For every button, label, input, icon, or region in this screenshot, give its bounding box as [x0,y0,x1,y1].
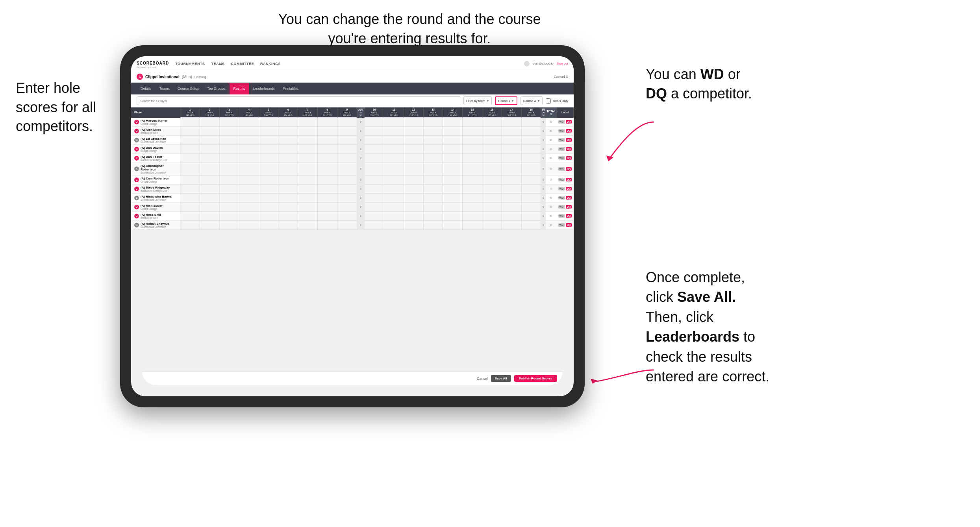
hole-14-cell[interactable] [443,175,463,184]
hole-12-cell[interactable] [404,153,423,163]
hole-1-input[interactable] [181,137,199,144]
hole-17-input[interactable] [503,155,521,162]
hole-1-cell[interactable] [180,184,200,193]
hole-4-input[interactable] [240,128,258,135]
hole-9-cell[interactable] [337,193,357,202]
hole-16-cell[interactable] [482,202,502,211]
hole-15-cell[interactable] [463,135,482,144]
hole-3-input[interactable] [220,185,238,192]
hole-11-cell[interactable] [384,144,404,153]
hole-6-input[interactable] [279,146,297,153]
hole-2-input[interactable] [201,203,219,211]
hole-8-input[interactable] [319,203,336,211]
hole-12-input[interactable] [405,213,422,220]
hole-18-cell[interactable] [521,175,541,184]
hole-4-cell[interactable] [239,202,259,211]
hole-16-input[interactable] [483,155,501,162]
hole-9-cell[interactable] [337,135,357,144]
hole-14-cell[interactable] [443,220,463,229]
hole-13-input[interactable] [424,128,442,135]
hole-4-cell[interactable] [239,163,259,175]
hole-18-cell[interactable] [521,118,541,127]
hole-17-input[interactable] [503,118,521,126]
hole-2-input[interactable] [201,137,219,144]
hole-15-input[interactable] [463,137,481,144]
hole-2-input[interactable] [201,222,219,229]
hole-12-cell[interactable] [404,193,423,202]
hole-7-cell[interactable] [298,135,318,144]
hole-18-input[interactable] [522,185,540,192]
hole-7-cell[interactable] [298,163,318,175]
wd-button[interactable]: WD [558,196,565,200]
hole-11-input[interactable] [385,176,403,183]
hole-1-cell[interactable] [180,211,200,220]
hole-18-cell[interactable] [521,163,541,175]
hole-14-input[interactable] [444,194,461,202]
hole-13-input[interactable] [424,176,442,183]
hole-17-cell[interactable] [502,144,521,153]
hole-12-input[interactable] [405,118,422,126]
hole-12-input[interactable] [405,128,422,135]
hole-9-input[interactable] [338,164,356,174]
hole-7-input[interactable] [299,118,317,126]
hole-4-input[interactable] [240,146,258,153]
dq-button[interactable]: DQ [566,196,572,200]
hole-13-cell[interactable] [423,163,443,175]
hole-18-input[interactable] [522,155,540,162]
hole-13-cell[interactable] [423,135,443,144]
hole-17-input[interactable] [503,222,521,229]
hole-7-input[interactable] [299,128,317,135]
hole-3-input[interactable] [220,128,238,135]
hole-10-cell[interactable] [365,144,384,153]
totals-only-toggle[interactable]: Totals Only [546,98,568,104]
nav-committee[interactable]: COMMITTEE [231,62,254,66]
wd-button[interactable]: WD [558,178,565,181]
cancel-button-top[interactable]: Cancel X [554,75,568,79]
hole-15-cell[interactable] [463,193,482,202]
hole-14-cell[interactable] [443,153,463,163]
hole-11-cell[interactable] [384,175,404,184]
hole-16-input[interactable] [483,137,501,144]
hole-16-cell[interactable] [482,220,502,229]
hole-5-input[interactable] [260,213,278,220]
hole-2-cell[interactable] [200,163,220,175]
nav-tournaments[interactable]: TOURNAMENTS [175,62,205,66]
hole-18-cell[interactable] [521,126,541,135]
hole-6-cell[interactable] [278,126,298,135]
hole-5-cell[interactable] [259,211,278,220]
totals-only-checkbox[interactable] [546,98,551,104]
hole-8-input[interactable] [319,176,336,183]
hole-10-input[interactable] [365,194,383,202]
hole-17-input[interactable] [503,137,521,144]
hole-10-cell[interactable] [365,184,384,193]
wd-button[interactable]: WD [558,223,565,227]
hole-4-input[interactable] [240,222,258,229]
hole-17-cell[interactable] [502,126,521,135]
hole-6-cell[interactable] [278,202,298,211]
hole-13-input[interactable] [424,194,442,202]
hole-8-cell[interactable] [317,126,337,135]
hole-9-cell[interactable] [337,163,357,175]
hole-3-cell[interactable] [219,144,239,153]
hole-8-input[interactable] [319,137,336,144]
hole-5-input[interactable] [260,194,278,202]
hole-4-input[interactable] [240,213,258,220]
hole-7-cell[interactable] [298,220,318,229]
hole-17-cell[interactable] [502,175,521,184]
hole-13-cell[interactable] [423,126,443,135]
hole-4-cell[interactable] [239,184,259,193]
hole-13-cell[interactable] [423,153,443,163]
hole-15-input[interactable] [463,118,481,126]
hole-8-cell[interactable] [317,184,337,193]
hole-7-input[interactable] [299,213,317,220]
hole-8-cell[interactable] [317,211,337,220]
hole-16-cell[interactable] [482,135,502,144]
hole-10-input[interactable] [365,203,383,211]
hole-2-cell[interactable] [200,126,220,135]
hole-5-cell[interactable] [259,153,278,163]
hole-10-input[interactable] [365,185,383,192]
hole-17-input[interactable] [503,213,521,220]
hole-17-cell[interactable] [502,193,521,202]
hole-2-cell[interactable] [200,144,220,153]
hole-8-input[interactable] [319,185,336,192]
